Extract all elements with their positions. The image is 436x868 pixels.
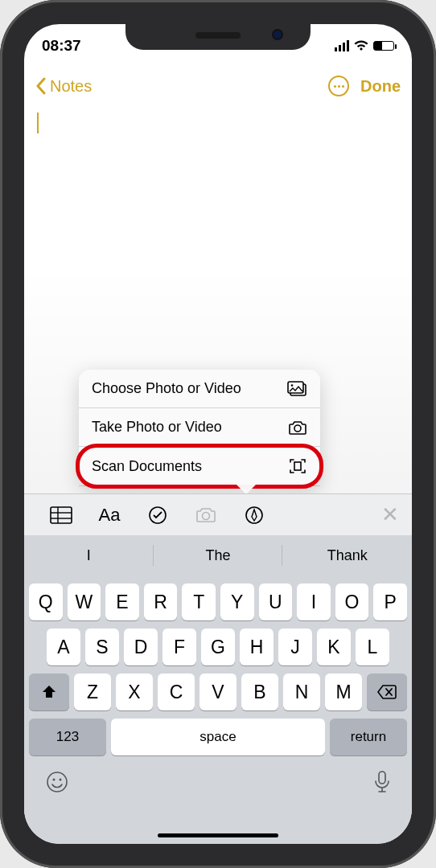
wifi-icon: [354, 40, 368, 51]
key-u[interactable]: U: [259, 583, 293, 620]
menu-item-choose-photo[interactable]: Choose Photo or Video: [79, 370, 320, 408]
battery-icon: [373, 41, 394, 51]
key-y[interactable]: Y: [220, 583, 254, 620]
key-backspace[interactable]: [367, 674, 407, 710]
svg-point-3: [294, 425, 301, 432]
status-time: 08:37: [42, 37, 81, 55]
backspace-icon: [377, 685, 397, 699]
key-number-toggle[interactable]: 123: [29, 719, 106, 755]
key-w[interactable]: W: [68, 583, 101, 620]
svg-point-10: [203, 512, 210, 519]
toolbar-markup-button[interactable]: [230, 506, 278, 525]
key-d[interactable]: D: [124, 628, 158, 665]
chevron-left-icon: [35, 77, 47, 95]
svg-point-2: [291, 384, 294, 387]
close-icon: ✕: [381, 502, 399, 526]
key-x[interactable]: X: [116, 674, 153, 710]
prediction-2[interactable]: The: [154, 535, 283, 575]
scan-document-icon: [288, 457, 307, 475]
svg-rect-15: [379, 772, 385, 784]
key-h[interactable]: H: [240, 628, 274, 665]
keyboard: I The Thank Q W E R T Y U I O P A S D F: [24, 535, 412, 844]
key-j[interactable]: J: [278, 628, 312, 665]
toolbar-text-format-button[interactable]: Aa: [85, 505, 134, 526]
menu-item-scan-documents[interactable]: Scan Documents: [79, 447, 320, 486]
key-f[interactable]: F: [162, 628, 196, 665]
menu-item-take-photo[interactable]: Take Photo or Video: [79, 408, 320, 447]
photo-library-icon: [286, 381, 307, 397]
emoji-icon: [45, 770, 69, 794]
prediction-3[interactable]: Thank: [282, 535, 412, 575]
key-r[interactable]: R: [144, 583, 178, 620]
svg-point-14: [60, 779, 62, 781]
key-t[interactable]: T: [182, 583, 216, 620]
key-o[interactable]: O: [335, 583, 369, 620]
key-s[interactable]: S: [85, 628, 119, 665]
key-a[interactable]: A: [47, 628, 80, 665]
markup-pen-icon: [245, 506, 264, 525]
toolbar-close-button[interactable]: ✕: [381, 502, 399, 527]
menu-item-label: Choose Photo or Video: [92, 380, 241, 397]
toolbar-table-button[interactable]: [37, 506, 85, 524]
text-cursor: [37, 113, 39, 133]
key-n[interactable]: N: [283, 674, 320, 710]
key-v[interactable]: V: [199, 674, 237, 710]
key-i[interactable]: I: [297, 583, 331, 620]
key-return[interactable]: return: [330, 719, 407, 755]
toolbar-checklist-button[interactable]: [134, 506, 182, 525]
home-indicator[interactable]: [158, 833, 278, 837]
svg-rect-5: [51, 507, 72, 523]
key-b[interactable]: B: [241, 674, 278, 710]
key-space[interactable]: space: [111, 719, 325, 755]
cellular-signal-icon: [335, 40, 349, 51]
predictive-text-bar: I The Thank: [24, 535, 412, 575]
shift-icon: [41, 684, 57, 700]
key-q[interactable]: Q: [29, 583, 63, 620]
key-k[interactable]: K: [317, 628, 351, 665]
key-p[interactable]: P: [373, 583, 407, 620]
svg-point-12: [47, 772, 67, 792]
status-indicators: [335, 40, 394, 51]
key-shift[interactable]: [29, 674, 69, 710]
nav-bar: Notes Done: [24, 68, 412, 104]
toolbar-camera-button[interactable]: [182, 506, 230, 524]
emoji-button[interactable]: [45, 770, 69, 797]
done-button[interactable]: Done: [360, 77, 401, 96]
camera-icon: [288, 420, 307, 436]
text-format-icon: Aa: [99, 505, 121, 526]
menu-item-label: Take Photo or Video: [92, 419, 222, 436]
key-c[interactable]: C: [158, 674, 195, 710]
key-m[interactable]: M: [325, 674, 362, 710]
key-l[interactable]: L: [356, 628, 389, 665]
svg-point-13: [53, 779, 56, 781]
prediction-1[interactable]: I: [24, 535, 154, 575]
key-z[interactable]: Z: [74, 674, 111, 710]
key-g[interactable]: G: [201, 628, 235, 665]
dictation-button[interactable]: [373, 770, 391, 797]
back-button[interactable]: Notes: [35, 77, 92, 96]
attachment-menu: Choose Photo or Video Take Photo or Vide…: [79, 370, 320, 486]
checklist-icon: [148, 506, 167, 525]
svg-rect-4: [294, 462, 301, 470]
more-options-button[interactable]: [328, 76, 349, 96]
table-icon: [50, 506, 72, 524]
camera-icon: [195, 506, 216, 524]
microphone-icon: [373, 770, 391, 794]
menu-item-label: Scan Documents: [92, 458, 202, 475]
back-label: Notes: [50, 77, 92, 96]
notes-toolbar: Aa ✕: [24, 493, 412, 535]
key-e[interactable]: E: [105, 583, 139, 620]
